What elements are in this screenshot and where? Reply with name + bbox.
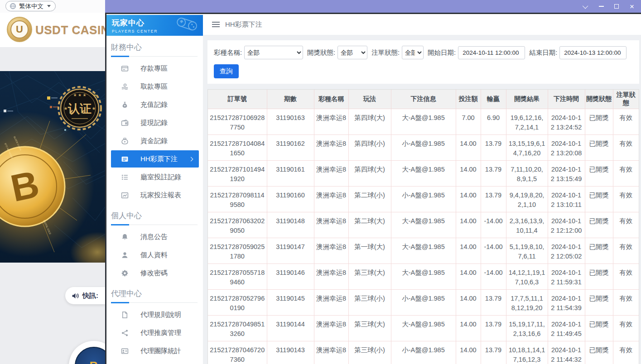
sidebar-item-個人資料[interactable]: 個人資料 xyxy=(106,246,203,264)
table-cell: 2024-10-12 11:59:31 xyxy=(548,263,585,289)
topbar: HH彩票下注 xyxy=(203,14,641,35)
table-cell: 14.00 xyxy=(456,186,481,212)
emblem-coin-icon: B xyxy=(75,347,105,364)
table-row: 215217287063202905031190148澳洲幸运8第二球(大)大-… xyxy=(208,212,639,238)
table-cell: 31190147 xyxy=(267,238,314,263)
sidebar-item-充值記錄[interactable]: 充值記錄 xyxy=(106,96,203,114)
svg-text:★: ★ xyxy=(92,106,96,111)
order-status-select[interactable]: 全部 xyxy=(402,46,424,59)
maximize-icon xyxy=(614,4,619,9)
sidebar-item-資金記錄[interactable]: 資金記錄 xyxy=(106,132,203,150)
orders-table-container: 訂單號期數彩種名稱玩法下注信息投注額輸贏開獎結果下注時間開獎狀態注單狀態 215… xyxy=(207,89,639,364)
sidebar-item-廳室投註記錄[interactable]: 廳室投註記錄 xyxy=(106,168,203,186)
table-cell: 澳洲幸运8 xyxy=(314,263,348,289)
sidebar-section-title: 代理中心 xyxy=(106,282,203,302)
table-cell: 2152172870557189460 xyxy=(208,263,267,289)
sidebar-item-代理團隊統計[interactable]: 代理團隊統計 xyxy=(106,342,203,360)
window-maximize-button[interactable] xyxy=(611,1,622,11)
table-cell: 小-A盤@1.985 xyxy=(391,186,456,212)
start-date-input[interactable] xyxy=(458,46,525,59)
table-cell: 第四球(小) xyxy=(348,134,391,160)
column-header: 開獎結果 xyxy=(506,90,548,109)
table-cell: 有效 xyxy=(613,289,639,315)
table-cell: 31190162 xyxy=(267,134,314,160)
sidebar-item-label: 修改密碼 xyxy=(140,269,168,278)
table-cell: 有效 xyxy=(613,238,639,263)
language-selector[interactable]: 繁体中文 xyxy=(5,1,56,11)
window-chevron-button[interactable] xyxy=(580,1,591,11)
section-divider xyxy=(111,56,198,57)
search-button[interactable]: 查詢 xyxy=(214,64,239,78)
table-cell: 2152172870498513260 xyxy=(208,315,267,341)
table-cell: 13.79 xyxy=(481,186,506,212)
table-cell: 2024-10-12 12:12:00 xyxy=(548,212,585,238)
column-header: 彩種名稱 xyxy=(314,90,348,109)
table-cell: 有效 xyxy=(613,212,639,238)
sidebar-item-代理規則說明[interactable]: 代理規則說明 xyxy=(106,306,203,324)
table-row: 215217287049851326031190144澳洲幸运8第三球(大)大-… xyxy=(208,315,639,341)
window-minimize-button[interactable] xyxy=(596,1,607,11)
sidebar-item-label: 提現記錄 xyxy=(140,119,168,127)
lottery-name-select[interactable]: 全部 xyxy=(244,46,303,59)
svg-text:★: ★ xyxy=(64,106,68,111)
chevron-right-icon xyxy=(189,157,193,161)
table-cell: 13.79 xyxy=(481,341,506,364)
sidebar-item-label: 消息公告 xyxy=(140,233,168,241)
table-cell: -14.00 xyxy=(481,263,506,289)
table-cell: 小-A盤@1.985 xyxy=(391,289,456,315)
end-date-input[interactable] xyxy=(559,46,627,59)
draw-status-select[interactable]: 全部 xyxy=(337,46,367,59)
window-controls: × xyxy=(580,0,637,13)
site-logo[interactable]: U USDT CASINO xyxy=(0,13,105,47)
column-header: 輸贏 xyxy=(481,90,506,109)
sidebar-item-代理推廣管理[interactable]: 代理推廣管理 xyxy=(106,324,203,342)
caret-down-icon xyxy=(47,5,51,7)
sidebar-item-提現記錄[interactable]: 提現記錄 xyxy=(106,114,203,132)
table-row: 215217287098114958031190160澳洲幸运8第二球(小)小-… xyxy=(208,186,639,212)
table-cell: 2024-10-12 11:49:45 xyxy=(548,315,585,341)
window-close-button[interactable]: × xyxy=(627,1,637,11)
sidebar-item-HH彩票下注[interactable]: HH彩票下注 xyxy=(111,150,199,168)
column-header: 玩法 xyxy=(348,90,391,109)
close-icon: × xyxy=(630,3,634,10)
globe-icon xyxy=(10,3,16,10)
certification-badge: 认证 ★ ★ ★ ★ ★ xyxy=(58,87,101,129)
table-cell: 2152172871040841650 xyxy=(208,134,267,160)
table-cell: 2152172871014941920 xyxy=(208,160,267,186)
table-cell: 2152172870981149580 xyxy=(208,186,267,212)
sidebar-item-修改密碼[interactable]: 修改密碼 xyxy=(106,264,203,282)
svg-text:★ ★ ★: ★ ★ ★ xyxy=(73,93,86,97)
sidebar-item-取款專區[interactable]: 取款專區 xyxy=(106,77,203,96)
table-cell: 13.79 xyxy=(481,315,506,341)
table-cell: 大-A盤@1.985 xyxy=(391,315,456,341)
sidebar-item-消息公告[interactable]: 消息公告 xyxy=(106,228,203,246)
table-cell: 31190161 xyxy=(267,160,314,186)
sidebar: 玩家中心 PLAYERS CENTER 財務中心存款專區取款專區充值記錄提現記錄… xyxy=(106,14,203,364)
table-cell: 第一球(大) xyxy=(348,238,391,263)
lottery-card-icon xyxy=(121,155,129,163)
logo-coin-icon: U xyxy=(7,17,32,42)
table-cell: 已開獎 xyxy=(585,341,613,364)
table-cell: 已開獎 xyxy=(585,289,613,315)
language-bar: 繁体中文 xyxy=(0,0,105,13)
table-cell: 2,3,16,13,9,10,11,4 xyxy=(506,212,548,238)
gear-icon xyxy=(121,269,129,277)
table-cell: 13,15,19,6,14,7,16,20 xyxy=(506,134,548,160)
sidebar-item-玩家投注報表[interactable]: 玩家投注報表 xyxy=(106,186,203,204)
orders-table: 訂單號期數彩種名稱玩法下注信息投注額輸贏開獎結果下注時間開獎狀態注單狀態 215… xyxy=(208,90,639,364)
moneybag-icon xyxy=(121,101,129,109)
table-cell: 2152172870632029050 xyxy=(208,212,267,238)
table-row: 215217287059025178031190147澳洲幸运8第一球(大)大-… xyxy=(208,238,639,263)
table-cell: 有效 xyxy=(613,160,639,186)
sidebar-item-存款專區[interactable]: 存款專區 xyxy=(106,59,203,77)
withdraw-hand-icon xyxy=(121,83,129,91)
table-cell: 第二球(小) xyxy=(348,186,391,212)
table-cell: 9,4,19,8,20,2,1,10 xyxy=(506,186,548,212)
table-row: 215217287046720736031190143澳洲幸运8第三球(小)小-… xyxy=(208,341,639,364)
table-cell: 31190144 xyxy=(267,315,314,341)
table-cell: 大-A盤@1.985 xyxy=(391,212,456,238)
hamburger-menu-icon[interactable] xyxy=(212,22,220,27)
table-cell: 小-A盤@1.985 xyxy=(391,341,456,364)
language-label: 繁体中文 xyxy=(19,2,43,10)
bell-icon xyxy=(121,233,129,241)
